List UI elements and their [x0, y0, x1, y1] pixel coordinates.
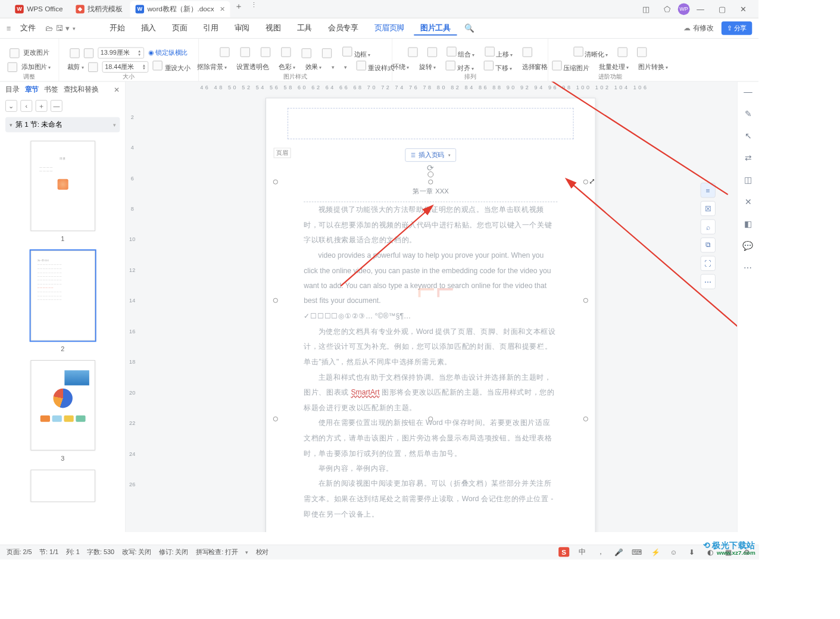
section-header[interactable]: 第 1 节: 未命名▾ [5, 117, 120, 132]
minimize-button[interactable]: — [690, 5, 711, 13]
shadow-icon[interactable] [322, 48, 332, 58]
lp-remove-button[interactable]: — [51, 100, 63, 112]
rs-collapse-icon[interactable]: — [744, 87, 752, 96]
lp-close-icon[interactable]: ✕ [114, 86, 120, 94]
fbtn-layout[interactable]: ≡ [701, 183, 716, 198]
lp-collapse-button[interactable]: ⌄ [5, 100, 17, 112]
rs-swap-icon[interactable]: ⇄ [745, 152, 752, 162]
share-button[interactable]: ⇪ 分享 [722, 21, 752, 35]
save-icon[interactable]: 🖫 ▾ [56, 24, 69, 32]
rs-comment-icon[interactable]: 💬 [742, 241, 753, 251]
menu-member[interactable]: 会员专享 [321, 21, 364, 35]
qat-dropdown-icon[interactable]: ▾ [73, 25, 76, 31]
fbtn-crop[interactable]: ☒ [701, 201, 716, 216]
color-label[interactable]: 色彩 [279, 62, 295, 71]
width-input[interactable]: 13.99厘米▲▼ [98, 47, 144, 58]
transparent-label[interactable]: 设置透明色 [236, 62, 268, 71]
tab-wps-home[interactable]: W WPS Office [10, 1, 68, 17]
menu-start[interactable]: 开始 [103, 21, 131, 35]
menu-view[interactable]: 视图 [259, 21, 287, 35]
reset-style-button[interactable]: 重设样式 [357, 61, 394, 73]
resize-diag-icon[interactable]: ⤢ [589, 177, 595, 185]
batch-button[interactable] [618, 47, 627, 58]
remove-bg-button[interactable] [220, 47, 229, 58]
tab-close-icon[interactable]: ✕ [220, 5, 225, 13]
ruler-horizontal[interactable]: 46 48 50 52 54 56 58 60 62 64 66 68 70 7… [142, 82, 707, 92]
clarity-button[interactable]: 清晰化 [573, 47, 608, 60]
handle-s[interactable] [428, 417, 433, 421]
tab-template[interactable]: ◆ 找稻壳模板 [70, 1, 128, 17]
handle-e[interactable] [583, 298, 588, 303]
lptab-toc[interactable]: 目录 [5, 85, 19, 95]
bright-dd[interactable]: ▾ [332, 64, 335, 70]
rs-tools-icon[interactable]: ✕ [745, 196, 752, 207]
lightning-icon[interactable]: ⚡ [650, 547, 661, 557]
menu-ref[interactable]: 引用 [197, 21, 225, 35]
cube-icon[interactable]: ⬠ [657, 5, 678, 13]
file-menu[interactable]: 文件 [14, 21, 42, 35]
handle-sw[interactable] [273, 417, 278, 421]
keyboard-icon[interactable]: ⌨ [632, 547, 642, 557]
document-area[interactable]: 46 48 50 52 54 56 58 60 62 64 66 68 70 7… [126, 82, 737, 532]
rs-edit-icon[interactable]: ✎ [745, 108, 752, 118]
handle-se[interactable] [583, 417, 588, 421]
rs-layout-icon[interactable]: ◫ [744, 174, 752, 185]
handle-w[interactable] [273, 298, 278, 303]
batch-label[interactable]: 批量处理 [599, 62, 629, 71]
reading-mode-icon[interactable]: ◫ [635, 5, 656, 13]
brightness-icon[interactable] [302, 48, 311, 58]
emoji-icon[interactable]: ☺ [668, 547, 679, 557]
insert-page-number-button[interactable]: 插入页码 [405, 148, 456, 162]
transparent-button[interactable] [241, 47, 250, 58]
menu-header-footer[interactable]: 页眉页脚 [368, 21, 411, 35]
fbtn-more[interactable]: ⋯ [701, 274, 716, 289]
status-page[interactable]: 页面: 2/5 [7, 548, 32, 557]
lptab-bookmark[interactable]: 书签 [44, 85, 58, 95]
thumb-page-2[interactable]: 第一章 XXX— — — — — — — — —— — — — — — — — … [30, 251, 95, 341]
status-section[interactable]: 节: 1/1 [39, 548, 58, 557]
drawer-icon[interactable]: ≡ [7, 24, 11, 32]
wrap-button[interactable] [408, 47, 417, 58]
ruler-vertical[interactable]: 2468101214161820222426 [126, 92, 139, 532]
ime-icon[interactable]: S [558, 547, 569, 557]
menu-insert[interactable]: 插入 [135, 21, 163, 35]
effect-label[interactable]: 效果 [305, 62, 322, 71]
selection-handles[interactable]: ⤢ [276, 182, 585, 418]
compress-button[interactable]: 压缩图片 [552, 61, 589, 73]
crop-button[interactable]: 裁剪 [67, 62, 84, 71]
wrap-label[interactable]: 环绕 [392, 62, 409, 71]
lock-ratio-checkbox[interactable]: ◉ 锁定纵横比 [148, 48, 188, 57]
lp-add-button[interactable]: ＋ [36, 100, 48, 112]
align-button[interactable]: 对齐 [446, 61, 474, 73]
menu-page[interactable]: 页面 [165, 21, 193, 35]
lang-icon[interactable]: 中 [577, 547, 588, 557]
change-pic-button[interactable]: 更改图片 [23, 48, 49, 57]
search-icon[interactable]: 🔍 [464, 23, 474, 33]
up-button[interactable]: 上移 [485, 47, 513, 60]
height-input[interactable]: 18.44厘米▲▼ [102, 61, 149, 73]
mic-icon[interactable]: 🎤 [613, 547, 624, 557]
avatar[interactable]: WP [678, 3, 690, 15]
reset-size-button[interactable]: 重设大小 [153, 61, 191, 73]
handle-n[interactable] [428, 180, 433, 185]
header-box[interactable] [288, 108, 573, 139]
tab-menu-button[interactable]: ⋮ [248, 1, 261, 17]
down-button[interactable]: 下移 [484, 61, 513, 73]
group-button[interactable]: 组合 [446, 47, 475, 60]
lptab-chapter[interactable]: 章节 [25, 85, 39, 95]
rs-select-icon[interactable]: ↖ [745, 130, 752, 140]
maximize-button[interactable]: ▢ [711, 5, 733, 13]
pane-label[interactable]: 选择窗格 [522, 62, 548, 71]
thumb-page-3[interactable] [30, 360, 95, 451]
tab-document[interactable]: W word教程（新）.docx ✕ [130, 1, 230, 17]
page-canvas[interactable]: 页眉 插入页码 ⟳ ⌐⌐ 第一章 XXX 视频提供了功能强大的方法帮助您证明您的… [266, 98, 595, 532]
status-spell[interactable]: 拼写检查: 打开 [196, 548, 238, 557]
has-edit-label[interactable]: ☁有修改 [683, 23, 714, 33]
fbtn-fullscreen[interactable]: ⛶ [701, 256, 716, 271]
menu-review[interactable]: 审阅 [228, 21, 256, 35]
menu-tools[interactable]: 工具 [291, 21, 318, 35]
fbtn-copy[interactable]: ⧉ [701, 237, 716, 252]
tab-add-button[interactable]: ＋ [232, 1, 245, 17]
convert-button[interactable] [637, 47, 647, 58]
handle-ne[interactable] [583, 180, 588, 185]
